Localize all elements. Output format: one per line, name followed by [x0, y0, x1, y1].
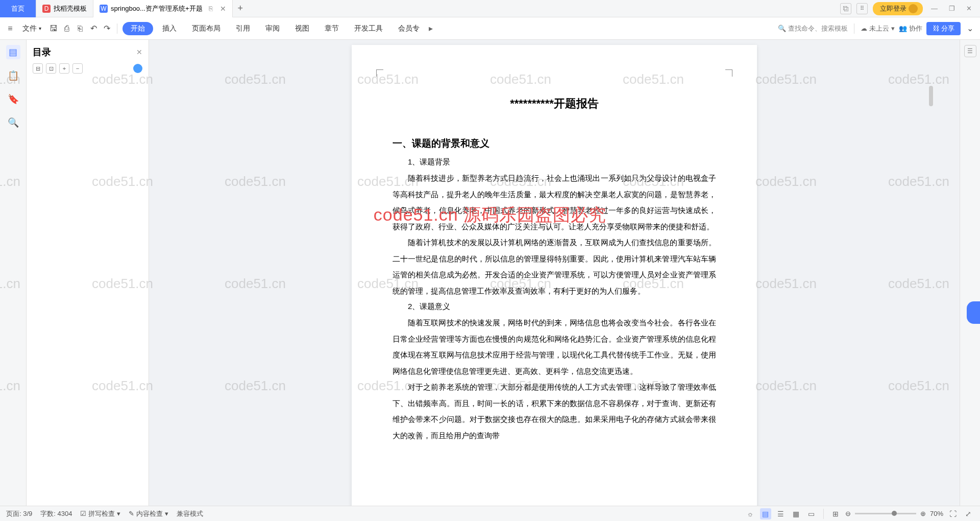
- outline-icon[interactable]: ▤: [6, 45, 20, 59]
- expand-all-icon[interactable]: ⊡: [46, 63, 56, 74]
- add-tab-button[interactable]: +: [233, 0, 249, 17]
- web-view-icon[interactable]: ▦: [791, 508, 802, 519]
- avatar-icon: [909, 4, 918, 13]
- outline-view-icon[interactable]: ☰: [775, 508, 787, 519]
- tab-chapter[interactable]: 章节: [318, 22, 345, 35]
- window-controls: ⿻ ⠿ 立即登录 — ❐ ✕: [840, 2, 980, 15]
- remove-heading-icon[interactable]: −: [72, 63, 83, 74]
- heading-2: 1、课题背景: [393, 157, 716, 167]
- layout-icon[interactable]: ⿻: [840, 3, 851, 14]
- tab-member[interactable]: 会员专: [392, 22, 426, 35]
- fit-width-icon[interactable]: ⛶: [947, 508, 959, 519]
- close-icon[interactable]: ✕: [220, 5, 226, 13]
- tab-view[interactable]: 视图: [289, 22, 315, 35]
- bookmark-icon[interactable]: 🔖: [6, 92, 20, 106]
- zoom-slider[interactable]: [855, 513, 916, 514]
- tab-review[interactable]: 审阅: [259, 22, 286, 35]
- heading-1: 一、课题的背景和意义: [393, 137, 716, 150]
- left-sidebar: ▤ 📋 🔖 🔍: [0, 40, 27, 506]
- paragraph: 随着科技进步，新型养老方式日趋流行，社会上也涌现出一系列如只为父母设计的电视盒子…: [393, 170, 716, 234]
- main-toolbar: ≡ 文件 ▾ 🖫 ⎙ ⎗ ↶ ↷ 开始 插入 页面布局 引用 审阅 视图 章节 …: [0, 17, 980, 40]
- doc-title: **********开题报告: [393, 96, 716, 111]
- zoom-out-icon[interactable]: ⊖: [845, 510, 851, 517]
- outline-tools: ⊟ ⊡ + −: [33, 63, 142, 74]
- collapse-all-icon[interactable]: ⊟: [33, 63, 43, 74]
- tab-insert[interactable]: 插入: [156, 22, 183, 35]
- document-viewport[interactable]: **********开题报告 一、课题的背景和意义 1、课题背景 随着科技进步，…: [149, 40, 960, 506]
- search-commands[interactable]: 🔍 查找命令、搜索模板: [778, 24, 848, 33]
- tab-options-icon[interactable]: ⎘: [209, 5, 213, 12]
- minimize-icon[interactable]: —: [928, 5, 941, 12]
- undo-icon[interactable]: ↶: [88, 23, 99, 34]
- outline-panel: 目录 ✕ ⊟ ⊡ + −: [27, 40, 149, 506]
- menu-icon[interactable]: ≡: [5, 23, 15, 34]
- scrollbar-thumb[interactable]: [929, 86, 933, 106]
- save-icon[interactable]: 🖫: [48, 23, 59, 34]
- outline-title: 目录: [33, 46, 51, 58]
- status-bar: 页面: 3/9 字数: 4304 ☑ 拼写检查 ▾ ✎ 内容检查 ▾ 兼容模式 …: [0, 506, 980, 521]
- zoom-in-icon[interactable]: ⊕: [920, 510, 926, 517]
- share-button[interactable]: ⛓ 分享: [926, 22, 961, 35]
- main-area: ▤ 📋 🔖 🔍 目录 ✕ ⊟ ⊡ + − **********开题报告 一、课题…: [0, 40, 980, 506]
- clipboard-icon[interactable]: 📋: [6, 68, 20, 83]
- tab-templates[interactable]: D找稻壳模板: [36, 0, 93, 17]
- right-sidebar: ☰: [960, 40, 980, 506]
- spell-check[interactable]: ☑ 拼写检查 ▾: [80, 509, 120, 518]
- tab-home[interactable]: 首页: [0, 0, 36, 17]
- document-page: **********开题报告 一、课题的背景和意义 1、课题背景 随着科技进步，…: [352, 45, 757, 506]
- panel-toggle-icon[interactable]: ☰: [964, 45, 976, 57]
- preview-icon[interactable]: ⎗: [75, 23, 85, 34]
- apps-icon[interactable]: ⠿: [856, 3, 868, 14]
- maximize-icon[interactable]: ❐: [946, 5, 958, 12]
- zoom-level[interactable]: 70%: [930, 510, 943, 517]
- margin-marker: [376, 69, 383, 77]
- read-view-icon[interactable]: ▭: [806, 508, 817, 519]
- ruler-icon[interactable]: ⊞: [830, 508, 841, 519]
- title-tabs-bar: 首页 D找稻壳模板 Wspringboo...资产管理系统+开题⎘✕ + ⿻ ⠿…: [0, 0, 980, 17]
- tab-layout[interactable]: 页面布局: [186, 22, 227, 35]
- tab-document[interactable]: Wspringboo...资产管理系统+开题⎘✕: [93, 0, 233, 17]
- search-icon[interactable]: 🔍: [6, 115, 20, 130]
- redo-icon[interactable]: ↷: [102, 23, 112, 34]
- tab-start[interactable]: 开始: [122, 22, 153, 35]
- outline-close-icon[interactable]: ✕: [136, 48, 142, 56]
- page-view-icon[interactable]: ▤: [760, 508, 771, 519]
- focus-mode-icon[interactable]: ☼: [745, 508, 756, 519]
- more-icon[interactable]: ⌄: [965, 23, 975, 34]
- fullscreen-icon[interactable]: ⤢: [963, 508, 974, 519]
- tab-devtools[interactable]: 开发工具: [348, 22, 389, 35]
- cloud-status[interactable]: ☁ 未上云 ▾: [861, 24, 895, 33]
- tab-references[interactable]: 引用: [230, 22, 256, 35]
- heading-2: 2、课题意义: [393, 302, 716, 312]
- word-icon: W: [100, 5, 108, 13]
- add-heading-icon[interactable]: +: [59, 63, 69, 74]
- outline-sync-icon[interactable]: [133, 64, 142, 73]
- compat-mode[interactable]: 兼容模式: [177, 509, 203, 518]
- close-window-icon[interactable]: ✕: [963, 5, 975, 12]
- page-indicator[interactable]: 页面: 3/9: [6, 509, 32, 518]
- margin-marker: [725, 69, 732, 77]
- side-handle[interactable]: [967, 301, 980, 324]
- daokr-icon: D: [42, 5, 51, 13]
- word-count[interactable]: 字数: 4304: [40, 509, 72, 518]
- paragraph: 随着计算机技术的发展以及计算机网络的逐渐普及，互联网成为人们查找信息的重要场所。…: [393, 234, 716, 299]
- content-check[interactable]: ✎ 内容检查 ▾: [129, 509, 168, 518]
- paragraph: 对于之前养老系统的管理，大部分都是使用传统的人工方式去管理，这样导致了管理效率低…: [393, 379, 716, 443]
- print-icon[interactable]: ⎙: [62, 23, 72, 34]
- file-menu[interactable]: 文件 ▾: [18, 22, 45, 35]
- login-button[interactable]: 立即登录: [873, 2, 923, 15]
- coop-button[interactable]: 👥 协作: [899, 24, 922, 33]
- paragraph: 随着互联网技术的快速发展，网络时代的到来，网络信息也将会改变当今社会。各行各业在…: [393, 315, 716, 379]
